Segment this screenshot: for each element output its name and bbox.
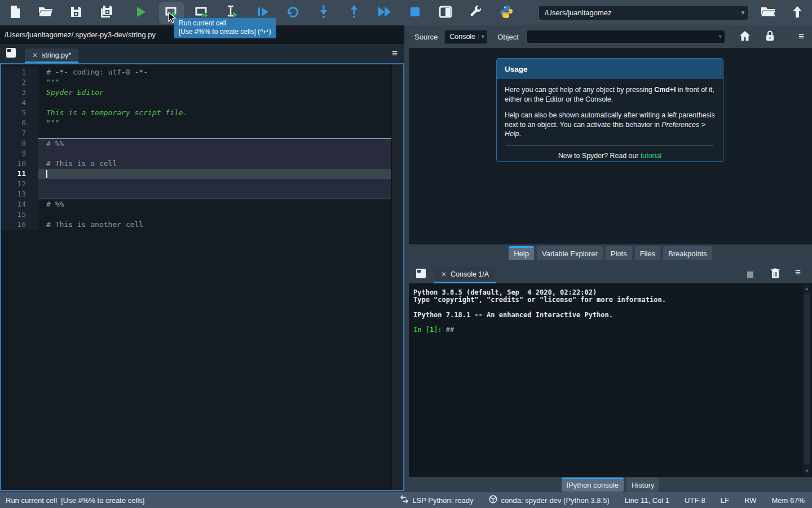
tutorial-link[interactable]: tutorial: [641, 152, 661, 160]
tab-breakpoints[interactable]: Breakpoints: [663, 246, 712, 260]
code-text[interactable]: [38, 128, 391, 138]
lock-button[interactable]: [766, 30, 774, 43]
editor-line[interactable]: 6""": [1, 118, 403, 128]
step-return-button[interactable]: [342, 2, 367, 24]
scrollbar-thumb[interactable]: [804, 294, 810, 465]
ipython-console[interactable]: Python 3.8.5 (default, Sep 4 2020, 02:22…: [409, 283, 812, 477]
code-text[interactable]: [38, 148, 391, 159]
editor-line[interactable]: 9: [1, 148, 403, 159]
step-return-icon: [350, 5, 359, 20]
save-all-button[interactable]: [94, 2, 119, 24]
editor-line[interactable]: 7: [1, 128, 403, 138]
editor-scrollbar[interactable]: [391, 64, 403, 490]
line-number[interactable]: 15: [1, 209, 38, 220]
editor-line[interactable]: 2""": [1, 77, 403, 87]
editor-line[interactable]: 3Spyder Editor: [1, 87, 403, 98]
continue-button[interactable]: [372, 2, 397, 24]
file-switcher-icon[interactable]: [6, 47, 16, 60]
rerun-cell-button[interactable]: [281, 2, 306, 24]
code-editor[interactable]: 1# -*- coding: utf-8 -*-2"""3Spyder Edit…: [0, 63, 404, 491]
tab-files[interactable]: Files: [635, 246, 660, 260]
console-options-menu-icon[interactable]: ≡: [795, 267, 801, 278]
editor-line[interactable]: 12: [1, 179, 403, 189]
line-number[interactable]: 7: [1, 128, 38, 138]
object-combobox[interactable]: ▼: [527, 30, 725, 43]
code-text[interactable]: """: [38, 77, 391, 87]
tab-help[interactable]: Help: [509, 246, 534, 260]
line-number[interactable]: 11: [1, 169, 38, 179]
scroll-down-icon[interactable]: ▼: [803, 468, 811, 475]
line-number[interactable]: 14: [1, 199, 38, 209]
python-path-manager-button[interactable]: [494, 2, 519, 24]
line-number[interactable]: 6: [1, 118, 38, 128]
close-icon[interactable]: ✕: [441, 270, 447, 278]
code-text[interactable]: [38, 169, 391, 179]
file-switcher-icon[interactable]: [416, 268, 426, 281]
trash-icon[interactable]: [771, 268, 780, 281]
code-text[interactable]: Spyder Editor: [38, 87, 391, 98]
code-text[interactable]: """: [38, 118, 391, 128]
editor-line[interactable]: 1# -*- coding: utf-8 -*-: [1, 67, 403, 77]
chevron-down-icon[interactable]: ▼: [738, 10, 748, 16]
tab-variable-explorer[interactable]: Variable Explorer: [537, 246, 603, 260]
editor-tab-stringpy[interactable]: ✕ string.py*: [25, 49, 78, 63]
line-number[interactable]: 12: [1, 179, 38, 189]
line-number[interactable]: 16: [1, 220, 38, 230]
tab-history[interactable]: History: [626, 478, 659, 492]
working-directory-combobox[interactable]: /Users/juanitagomez ▼: [539, 5, 748, 20]
line-number[interactable]: 4: [1, 98, 38, 108]
save-button[interactable]: [64, 2, 89, 24]
line-number[interactable]: 1: [1, 67, 38, 77]
line-number[interactable]: 3: [1, 87, 38, 98]
editor-line[interactable]: 16# This is another cell: [1, 220, 403, 230]
step-into-icon: [319, 5, 328, 20]
new-file-button[interactable]: [3, 2, 28, 24]
code-text[interactable]: # %%: [38, 199, 391, 209]
step-into-button[interactable]: [311, 2, 336, 24]
editor-line[interactable]: 15: [1, 209, 403, 220]
code-text[interactable]: # This is a cell: [38, 159, 391, 169]
editor-line[interactable]: 13: [1, 189, 403, 199]
scroll-up-icon[interactable]: ▲: [803, 286, 811, 292]
code-text[interactable]: # -*- coding: utf-8 -*-: [38, 67, 391, 77]
line-number[interactable]: 2: [1, 77, 38, 87]
close-icon[interactable]: ✕: [32, 51, 38, 59]
chevron-down-icon[interactable]: ▼: [478, 34, 487, 40]
editor-line[interactable]: 4: [1, 98, 403, 108]
console-tab[interactable]: ✕ Console 1/A: [434, 267, 496, 283]
line-number[interactable]: 5: [1, 108, 38, 118]
editor-line[interactable]: 5This is a temporary script file.: [1, 108, 403, 118]
editor-line[interactable]: 11: [1, 169, 403, 179]
tab-plots[interactable]: Plots: [606, 246, 632, 260]
chevron-down-icon[interactable]: ▼: [716, 34, 725, 40]
tab-ipython-console[interactable]: IPython console: [562, 478, 624, 492]
line-number[interactable]: 10: [1, 159, 38, 169]
code-text[interactable]: [38, 189, 391, 199]
line-number[interactable]: 8: [1, 138, 38, 148]
console-scrollbar[interactable]: ▲ ▼: [803, 284, 811, 476]
run-file-button[interactable]: [129, 2, 153, 24]
stop-button[interactable]: [403, 2, 427, 24]
code-text[interactable]: # %%: [38, 138, 391, 148]
editor-options-menu-icon[interactable]: ≡: [392, 48, 398, 59]
editor-line[interactable]: 14# %%: [1, 199, 403, 209]
line-number[interactable]: 13: [1, 189, 38, 199]
line-number[interactable]: 9: [1, 148, 38, 159]
code-text[interactable]: # This is another cell: [38, 220, 391, 230]
code-text[interactable]: [38, 209, 391, 220]
preferences-button[interactable]: [464, 2, 488, 24]
editor-line[interactable]: 10# This is a cell: [1, 159, 403, 169]
maximize-pane-button[interactable]: [433, 2, 458, 24]
code-text[interactable]: [38, 179, 391, 189]
help-options-menu-icon[interactable]: ≡: [798, 31, 804, 42]
code-text[interactable]: [38, 98, 391, 108]
parent-directory-button[interactable]: [785, 2, 810, 24]
code-text[interactable]: This is a temporary script file.: [38, 108, 391, 118]
interrupt-kernel-icon[interactable]: [747, 270, 753, 280]
home-button[interactable]: [740, 31, 750, 42]
open-file-button[interactable]: [33, 2, 58, 24]
source-select[interactable]: Console ▼: [444, 30, 487, 44]
editor-line[interactable]: 8# %%: [1, 138, 403, 148]
prompt-text: In [: [413, 326, 430, 334]
browse-directory-button[interactable]: [756, 2, 780, 24]
